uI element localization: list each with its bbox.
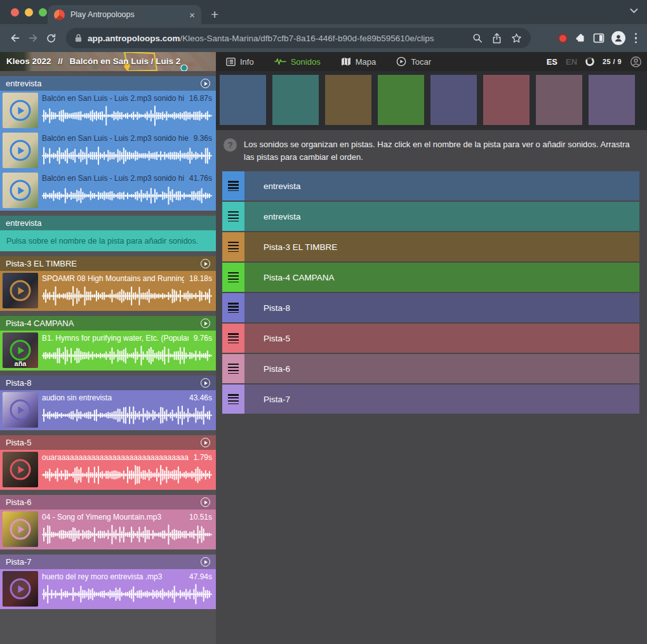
section-play-button[interactable]	[201, 79, 210, 88]
clip-waveform	[42, 405, 212, 426]
track-name-button[interactable]: entrevista	[244, 202, 639, 231]
clip-item[interactable]: huerto del rey moro entrevista .mp347.94…	[0, 569, 216, 609]
reload-button[interactable]	[42, 29, 60, 47]
macos-maximize-button[interactable]	[39, 8, 47, 16]
track-color-swatch[interactable]	[325, 75, 371, 125]
track-drag-handle[interactable]	[222, 354, 244, 383]
track-name-button[interactable]: Pista-7	[244, 384, 639, 414]
zoom-icon[interactable]	[472, 33, 483, 43]
clip-play-button[interactable]	[10, 400, 31, 421]
clip-play-button[interactable]	[10, 459, 31, 480]
map-icon	[341, 57, 351, 66]
clip-item[interactable]: ouaraaaaaaaaaaaaaaaaaaaaaaaaaaaaaaaaaaa.…	[0, 450, 216, 490]
clip-thumbnail	[3, 452, 38, 487]
track-color-swatch[interactable]	[378, 75, 424, 125]
new-tab-button[interactable]: +	[211, 7, 218, 22]
track-name-button[interactable]: Pista-4 CAMPANA	[244, 263, 639, 292]
clip-item[interactable]: audion sin entrevista43.46s	[0, 390, 216, 430]
clip-play-button[interactable]	[10, 340, 31, 361]
track-section-header[interactable]: Pista-4 CAMPANA	[0, 316, 216, 331]
clip-item[interactable]: añaB1. Hymns for purifying water, Etc. (…	[0, 331, 216, 371]
clip-duration: 9.36s	[194, 134, 212, 143]
clip-play-button[interactable]	[10, 180, 31, 201]
clip-item[interactable]: 04 - Song of Yimeng Mountain.mp310.51s	[0, 509, 216, 549]
section-play-button[interactable]	[201, 438, 210, 447]
section-play-button[interactable]	[201, 497, 210, 507]
address-bar[interactable]: app.antropoloops.com/Kleos-Santa-Marina/…	[66, 28, 531, 48]
breadcrumb-project[interactable]: Kleos 2022	[6, 56, 51, 66]
clip-title-row: Balcón en San Luis - Luis 2.mp3 sonido h…	[42, 94, 212, 103]
track-color-swatch[interactable]	[483, 75, 530, 125]
track-section-header[interactable]: Pista-3 EL TIMBRE	[0, 256, 216, 271]
track-section-header[interactable]: entrevista	[0, 216, 216, 230]
clip-play-button[interactable]	[10, 100, 31, 121]
track-drag-handle[interactable]	[222, 232, 244, 261]
account-icon[interactable]	[630, 56, 642, 68]
macos-minimize-button[interactable]	[25, 8, 33, 16]
track-section-header[interactable]: Pista-5	[0, 435, 216, 450]
section-play-button[interactable]	[201, 319, 210, 328]
track-color-swatch[interactable]	[272, 75, 319, 125]
back-button[interactable]	[6, 29, 24, 47]
track-color-swatch[interactable]	[430, 75, 477, 125]
section-play-button[interactable]	[201, 259, 210, 268]
side-panel-icon[interactable]	[593, 33, 604, 43]
content-layout: entrevistaBalcón en San Luis - Luis 2.mp…	[0, 71, 647, 644]
track-name-button[interactable]: Pista-8	[244, 293, 639, 322]
track-drag-handle[interactable]	[222, 202, 244, 231]
clip-play-button[interactable]	[10, 140, 31, 161]
track-row: entrevista	[222, 202, 639, 231]
forward-button[interactable]	[24, 29, 42, 47]
drag-handle-icon	[228, 242, 239, 252]
nav-label: Info	[240, 57, 254, 67]
track-name-button[interactable]: Pista-6	[244, 354, 639, 383]
track-section-header[interactable]: Pista-7	[0, 555, 216, 569]
track-drag-handle[interactable]	[222, 263, 244, 292]
track-section: entrevistaPulsa sobre el nombre de la pi…	[0, 216, 216, 251]
track-drag-handle[interactable]	[222, 171, 244, 200]
browser-menu-icon[interactable]	[632, 33, 640, 44]
tab-close-button[interactable]: ×	[189, 10, 195, 20]
drag-handle-icon	[228, 394, 239, 404]
track-section-header[interactable]: Pista-6	[0, 495, 216, 509]
track-name-button[interactable]: Pista-5	[244, 324, 639, 353]
track-drag-handle[interactable]	[222, 293, 244, 322]
nav-item-sonidos[interactable]: Sonidos	[274, 57, 321, 67]
clip-body: audion sin entrevista43.46s	[42, 393, 212, 426]
clip-item[interactable]: Balcón en San Luis - Luis 2.mp3 sonido h…	[0, 91, 216, 131]
section-play-button[interactable]	[201, 378, 210, 388]
clip-item[interactable]: SPOAMR 08 High Mountains and Running ...…	[0, 271, 216, 311]
play-icon	[204, 441, 208, 445]
track-name-button[interactable]: entrevista	[244, 171, 639, 200]
tab-list-chevron-icon[interactable]	[630, 8, 638, 13]
clip-play-button[interactable]	[10, 280, 31, 301]
clip-item[interactable]: Balcón en San Luis - Luis 2.mp3 sonido h…	[0, 171, 216, 211]
url-path: /Kleos-Santa-Marina/dfb7cfb7-8a16-446f-b…	[180, 34, 434, 43]
track-color-swatch[interactable]	[589, 75, 635, 125]
nav-item-tocar[interactable]: Tocar	[396, 56, 431, 67]
track-name-button[interactable]: Pista-3 EL TIMBRE	[244, 232, 639, 261]
track-color-swatch[interactable]	[536, 75, 582, 125]
browser-tab[interactable]: Play Antropoloops ×	[48, 5, 201, 24]
play-icon	[18, 187, 25, 194]
extensions-puzzle-icon[interactable]	[575, 32, 586, 44]
share-icon[interactable]	[492, 33, 502, 44]
bookmark-star-icon[interactable]	[511, 33, 522, 44]
clip-play-button[interactable]	[10, 579, 31, 600]
track-drag-handle[interactable]	[222, 324, 244, 353]
nav-item-mapa[interactable]: Mapa	[341, 57, 377, 67]
track-section-header[interactable]: entrevista	[0, 76, 216, 91]
track-color-swatch[interactable]	[220, 75, 266, 125]
nav-item-info[interactable]: Info	[226, 57, 254, 67]
track-section-header[interactable]: Pista-8	[0, 376, 216, 390]
profile-avatar[interactable]	[611, 31, 625, 45]
record-indicator-icon[interactable]	[558, 34, 568, 43]
lang-en-button[interactable]: EN	[566, 57, 577, 67]
macos-close-button[interactable]	[11, 8, 19, 16]
clip-item[interactable]: Balcón en San Luis - Luis 2.mp3 sonido h…	[0, 131, 216, 171]
track-drag-handle[interactable]	[222, 384, 244, 414]
lang-es-button[interactable]: ES	[547, 57, 557, 67]
clip-play-button[interactable]	[10, 519, 31, 540]
track-section-name: entrevista	[6, 79, 41, 88]
section-play-button[interactable]	[201, 557, 210, 567]
